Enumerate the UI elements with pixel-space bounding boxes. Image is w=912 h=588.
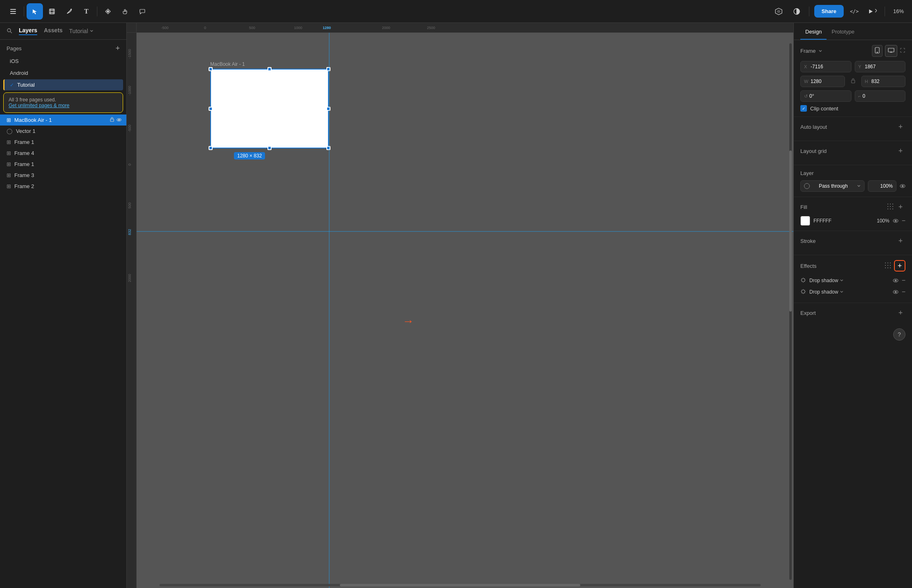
- hand-tool-button[interactable]: [117, 3, 133, 20]
- select-tool-button[interactable]: [27, 3, 43, 20]
- handle-r[interactable]: [326, 107, 330, 111]
- handle-bl[interactable]: [209, 146, 213, 150]
- upgrade-link[interactable]: Get unlimited pages & more: [9, 103, 70, 108]
- page-android[interactable]: Android: [3, 67, 123, 79]
- coord-w-value: 1280: [811, 79, 822, 84]
- handle-tl[interactable]: [209, 67, 213, 71]
- blend-mode-select[interactable]: Pass through: [800, 180, 865, 192]
- effect-name-2[interactable]: Drop shadow: [809, 289, 890, 295]
- add-layout-grid-button[interactable]: +: [896, 146, 905, 156]
- field-rotation[interactable]: ↺ 0°: [800, 90, 851, 102]
- svg-line-37: [804, 281, 805, 282]
- svg-line-17: [10, 31, 12, 33]
- layer-macbook-air[interactable]: ⊞ MacBook Air - 1: [0, 114, 126, 126]
- svg-marker-13: [777, 10, 780, 13]
- theme-button[interactable]: [789, 4, 804, 19]
- canvas-scrollbar-horizontal[interactable]: [159, 584, 761, 586]
- handle-b[interactable]: [267, 146, 272, 150]
- lock-icon[interactable]: [110, 117, 114, 123]
- help-button[interactable]: ?: [893, 328, 905, 341]
- clip-content-checkbox[interactable]: ✓: [800, 105, 807, 112]
- layer-frame4[interactable]: ⊞ Frame 4: [0, 148, 126, 159]
- toolbar-right-group: Share </> 16%: [771, 4, 907, 19]
- field-corner[interactable]: ⌐ 0: [855, 90, 906, 102]
- separator-1: [24, 7, 24, 16]
- effect-visibility-2[interactable]: [893, 289, 899, 295]
- effect-row-1: Drop shadow −: [800, 275, 905, 286]
- field-y[interactable]: Y 1867: [855, 61, 906, 72]
- frame-phone-view-button[interactable]: [872, 45, 883, 57]
- canvas-scrollbar-vertical[interactable]: [789, 43, 792, 580]
- layer-frame2[interactable]: ⊞ Frame 2: [0, 181, 126, 192]
- fill-style-button[interactable]: [887, 202, 894, 212]
- tab-assets[interactable]: Assets: [44, 27, 63, 35]
- fill-visibility-button[interactable]: [893, 218, 899, 224]
- zoom-display[interactable]: 16%: [890, 7, 907, 16]
- handle-tr[interactable]: [326, 67, 330, 71]
- add-page-button[interactable]: +: [115, 45, 120, 52]
- visibility-icon[interactable]: [117, 117, 121, 123]
- ruler-v-mark-7: 2000: [128, 274, 132, 282]
- svg-rect-23: [888, 48, 894, 52]
- search-icon[interactable]: [7, 28, 12, 35]
- pen-tool-button[interactable]: [61, 3, 77, 20]
- fill-opacity-value[interactable]: 100%: [873, 218, 890, 224]
- opacity-field[interactable]: 100%: [868, 180, 896, 192]
- fill-color-swatch[interactable]: [800, 216, 810, 226]
- layer-frame1a[interactable]: ⊞ Frame 1: [0, 137, 126, 148]
- layer-name-vector1: Vector 1: [16, 128, 121, 134]
- ruler-h-mark-6: 2000: [382, 26, 390, 30]
- vector-icon: ◯: [7, 128, 13, 134]
- frame-icon-1a: ⊞: [7, 139, 11, 145]
- add-effect-button[interactable]: +: [894, 260, 905, 272]
- main-menu-button[interactable]: [5, 3, 21, 20]
- handle-t[interactable]: [267, 67, 272, 71]
- layer-visibility-button[interactable]: [900, 183, 905, 189]
- add-export-button[interactable]: +: [896, 308, 905, 318]
- plugins-button[interactable]: [771, 4, 786, 19]
- effect-name-1[interactable]: Drop shadow: [809, 278, 890, 283]
- effects-header: Effects +: [800, 260, 905, 272]
- lock-proportions-button[interactable]: [848, 76, 858, 85]
- field-h[interactable]: H 832: [861, 76, 906, 87]
- add-auto-layout-button[interactable]: +: [896, 122, 905, 132]
- tab-tutorial[interactable]: Tutorial: [69, 28, 94, 34]
- add-fill-button[interactable]: +: [896, 202, 905, 212]
- remove-effect-1[interactable]: −: [902, 277, 905, 284]
- add-stroke-button[interactable]: +: [896, 236, 905, 246]
- handle-l[interactable]: [209, 107, 213, 111]
- page-ios[interactable]: iOS: [3, 56, 123, 67]
- remove-effect-2[interactable]: −: [902, 288, 905, 296]
- svg-point-52: [895, 291, 896, 293]
- layer-frame3[interactable]: ⊞ Frame 3: [0, 170, 126, 181]
- handle-br[interactable]: [326, 146, 330, 150]
- frame-box[interactable]: [210, 69, 329, 148]
- page-tutorial[interactable]: ✓ Tutorial: [3, 79, 123, 90]
- share-button[interactable]: Share: [814, 5, 844, 18]
- frame-resize-icon[interactable]: [900, 45, 905, 57]
- svg-line-38: [804, 278, 805, 279]
- tab-prototype[interactable]: Prototype: [827, 23, 859, 40]
- effects-style-button[interactable]: [885, 263, 892, 269]
- remove-fill-button[interactable]: −: [902, 217, 905, 224]
- field-w[interactable]: W 1280: [800, 76, 845, 87]
- tab-design[interactable]: Design: [800, 23, 827, 40]
- components-button[interactable]: [100, 3, 116, 20]
- devmode-button[interactable]: </>: [847, 4, 862, 19]
- comment-tool-button[interactable]: [134, 3, 151, 20]
- tab-layers[interactable]: Layers: [19, 27, 37, 35]
- text-tool-button[interactable]: T: [78, 3, 94, 20]
- layer-vector1[interactable]: ◯ Vector 1: [0, 126, 126, 137]
- frame-desktop-view-button[interactable]: [885, 45, 897, 57]
- fill-hex-value[interactable]: FFFFFF: [813, 218, 870, 224]
- effect-visibility-1[interactable]: [893, 277, 899, 284]
- layer-frame1b[interactable]: ⊞ Frame 1: [0, 159, 126, 170]
- svg-point-41: [895, 280, 896, 281]
- field-x[interactable]: X -7116: [800, 61, 851, 72]
- present-button[interactable]: [865, 4, 880, 19]
- blend-row: Pass through 100%: [800, 180, 905, 192]
- frame-tool-button[interactable]: [44, 3, 60, 20]
- canvas-area[interactable]: -500 0 500 1000 1280 2000 2500 -1500 -10…: [127, 23, 793, 588]
- auto-layout-header: Auto layout +: [800, 122, 905, 132]
- layer-name-frame3: Frame 3: [14, 172, 121, 178]
